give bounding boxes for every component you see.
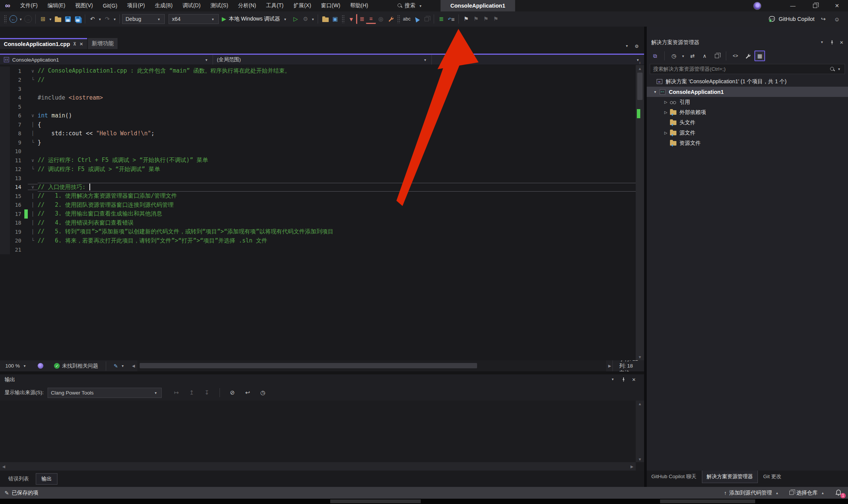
- toggle-bookmark-button[interactable]: ⚑: [461, 14, 471, 24]
- breakpoint-gutter[interactable]: [0, 245, 10, 254]
- breakpoint-gutter[interactable]: [0, 76, 10, 85]
- fold-marker[interactable]: ∨: [28, 68, 38, 74]
- panel-seam[interactable]: [0, 371, 644, 374]
- feedback-smiley-button[interactable]: [32, 360, 49, 371]
- breakpoint-gutter[interactable]: [0, 84, 10, 94]
- filter-dropdown-icon[interactable]: ▾: [681, 54, 686, 58]
- menu-item-10[interactable]: 扩展(X): [288, 0, 316, 11]
- breakpoint-gutter[interactable]: [0, 236, 10, 246]
- panel-tab-1[interactable]: 输出: [36, 473, 57, 485]
- dock-tab-1[interactable]: 解决方案资源管理器: [702, 471, 758, 483]
- code-text[interactable]: // 运行程序: Ctrl + F5 或调试 > “开始执行(不调试)” 菜单: [38, 156, 636, 165]
- word-wrap-button[interactable]: ↩: [243, 388, 253, 398]
- editor-split-handle[interactable]: ↕: [636, 61, 643, 65]
- code-editor[interactable]: 1∨// ConsoleApplication1.cpp : 此文件包含 “ma…: [0, 65, 644, 360]
- pin-icon[interactable]: [621, 377, 626, 382]
- close-tab-icon[interactable]: ✕: [80, 41, 83, 47]
- column-indicator[interactable]: 列: 18: [613, 363, 644, 369]
- solution-explorer-shortcut-button[interactable]: [320, 14, 330, 24]
- fold-marker[interactable]: ∨: [28, 158, 38, 163]
- code-text[interactable]: [38, 147, 636, 156]
- attach-dropdown-icon[interactable]: ▾: [310, 17, 315, 21]
- record-button[interactable]: ◎: [376, 14, 386, 24]
- menu-item-6[interactable]: 调试(D): [178, 0, 205, 11]
- new-item-button[interactable]: ⊞: [38, 14, 48, 24]
- scroll-left-arrow[interactable]: ◀: [2, 464, 5, 469]
- redo-button[interactable]: ↷: [102, 14, 112, 24]
- tree-item-4[interactable]: ▼头文件: [647, 117, 848, 128]
- previous-bookmark-button[interactable]: ⚑: [471, 14, 481, 24]
- menu-item-2[interactable]: 视图(V): [70, 0, 98, 11]
- solution-configuration-combo[interactable]: Debug ▾: [122, 14, 165, 24]
- code-line-20[interactable]: 20└// 6. 将来，若要再次打开此项目，请转到“文件”>“打开”>“项目”并…: [0, 236, 636, 246]
- properties-button[interactable]: [711, 51, 722, 61]
- expander-closed-icon[interactable]: ▷: [663, 100, 669, 104]
- menu-item-0[interactable]: 文件(F): [15, 0, 43, 11]
- expander-open-icon[interactable]: ▾: [652, 90, 658, 94]
- save-all-button[interactable]: [73, 14, 83, 24]
- menu-item-5[interactable]: 生成(B): [150, 0, 178, 11]
- share-button[interactable]: ↪: [818, 14, 828, 24]
- tree-item-6[interactable]: ▼资源文件: [647, 138, 848, 148]
- code-line-10[interactable]: 10: [0, 147, 636, 156]
- breakpoint-dropdown-button[interactable]: ▼: [346, 14, 356, 24]
- select-cursor-button[interactable]: [412, 14, 422, 24]
- send-feedback-button[interactable]: ☺: [832, 14, 842, 24]
- editor-options-gear-icon[interactable]: ⚙: [635, 44, 639, 49]
- spell-check-button[interactable]: abc: [402, 14, 412, 24]
- breakpoint-gutter[interactable]: [0, 102, 10, 111]
- notifications-button[interactable]: 1: [835, 489, 843, 497]
- menu-item-11[interactable]: 窗口(W): [316, 0, 345, 11]
- code-text[interactable]: [38, 245, 636, 254]
- scroll-down-arrow[interactable]: ▼: [636, 456, 644, 462]
- code-text[interactable]: // ConsoleApplication1.cpp : 此文件包含 “main…: [38, 67, 636, 76]
- tree-item-1[interactable]: ▾++ConsoleApplication1: [647, 87, 848, 97]
- code-line-16[interactable]: 16│// 2. 使用团队资源管理器窗口连接到源代码管理: [0, 201, 636, 210]
- breakpoint-gutter[interactable]: [0, 201, 10, 210]
- solution-platform-combo[interactable]: x64 ▾: [169, 14, 219, 24]
- hscroll-right-arrow[interactable]: ▶: [607, 360, 613, 371]
- undo-dropdown-icon[interactable]: ▾: [97, 17, 102, 21]
- saved-items-status[interactable]: ✎ 已保存的项: [5, 490, 38, 496]
- code-line-3[interactable]: 3: [0, 84, 636, 94]
- document-well-dropdown-icon[interactable]: ▾: [624, 44, 629, 49]
- breakpoint-gutter[interactable]: [0, 183, 10, 192]
- menu-item-4[interactable]: 项目(P): [122, 0, 150, 11]
- format-indent-button[interactable]: ≣: [436, 14, 446, 24]
- document-health-indicator[interactable]: ✓ 未找到相关问题: [49, 360, 103, 371]
- project-properties-wrench-button[interactable]: [742, 51, 753, 61]
- document-tab-0[interactable]: ConsoleApplication1.cpp⊼✕: [0, 38, 87, 49]
- toolbar-grip[interactable]: [397, 15, 400, 23]
- clear-output-button[interactable]: ⊘: [228, 388, 237, 398]
- show-all-files-button[interactable]: ▦: [754, 51, 765, 61]
- menu-item-12[interactable]: 帮助(H): [345, 0, 373, 11]
- breakpoint-gutter[interactable]: [0, 147, 10, 156]
- code-text[interactable]: // 入口使用技巧:: [38, 183, 636, 192]
- dock-tab-2[interactable]: Git 更改: [759, 471, 786, 483]
- expander-closed-icon[interactable]: ▷: [663, 131, 669, 135]
- navigate-forward-button[interactable]: →: [23, 14, 33, 24]
- breakpoints-list-button[interactable]: ≣: [356, 14, 366, 24]
- code-text[interactable]: {: [38, 120, 636, 129]
- code-line-5[interactable]: 5: [0, 102, 636, 111]
- vertical-splitter[interactable]: [644, 27, 647, 487]
- breakpoint-gutter[interactable]: [0, 219, 10, 228]
- copy-button[interactable]: [422, 14, 431, 24]
- output-vertical-scrollbar[interactable]: ▲ ▼: [636, 401, 644, 462]
- tree-item-0[interactable]: ∞解决方案 'ConsoleApplication1' (1 个项目，共 1 个…: [647, 76, 848, 87]
- search-box[interactable]: 搜索 ▾: [394, 0, 427, 11]
- properties-window-button[interactable]: ▣: [330, 14, 340, 24]
- code-text[interactable]: // 调试程序: F5 或调试 > “开始调试” 菜单: [38, 165, 636, 174]
- dock-tab-0[interactable]: GitHub Copilot 聊天: [647, 471, 701, 483]
- select-repository-button[interactable]: 选择仓库 ▴: [789, 490, 825, 496]
- code-text[interactable]: std::cout << "Hello World!\n";: [38, 129, 636, 138]
- undo-button[interactable]: ↶: [88, 14, 97, 24]
- open-file-button[interactable]: [53, 14, 63, 24]
- scroll-up-arrow[interactable]: ▲: [636, 65, 644, 72]
- hscroll-left-arrow[interactable]: ◀: [130, 360, 137, 371]
- scroll-up-arrow[interactable]: ▲: [636, 401, 644, 407]
- hscroll-thumb[interactable]: [140, 363, 477, 368]
- next-bookmark-button[interactable]: ⚑: [481, 14, 491, 24]
- toolbar-grip[interactable]: [4, 15, 7, 23]
- minimize-button[interactable]: —: [782, 0, 804, 11]
